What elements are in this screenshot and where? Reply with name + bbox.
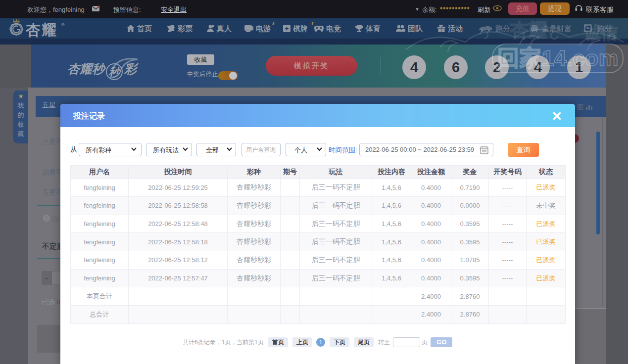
svg-text:诚信: 诚信	[583, 23, 618, 42]
svg-text:杏耀: 杏耀	[509, 20, 547, 41]
